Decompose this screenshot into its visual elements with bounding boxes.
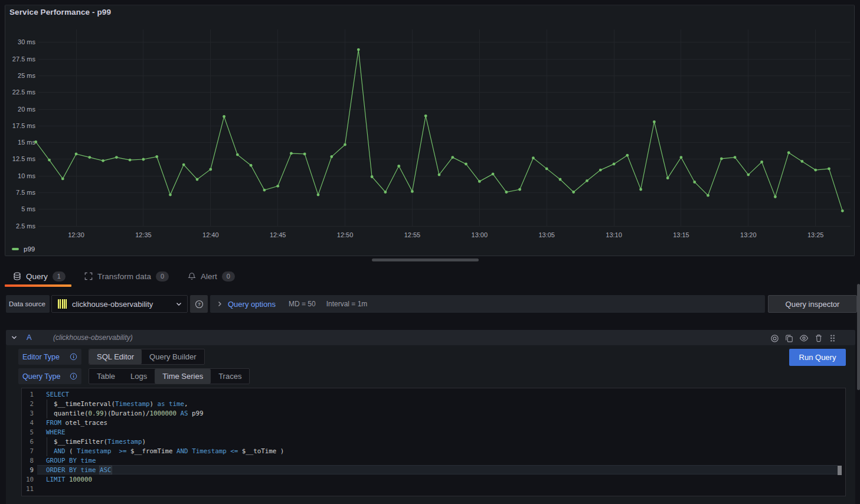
svg-text:?: ? — [198, 302, 201, 307]
code-line-1[interactable]: 1SELECT — [22, 390, 845, 400]
series-point — [34, 140, 37, 143]
legend-label[interactable]: p99 — [24, 246, 35, 253]
series-point — [599, 169, 602, 172]
tab-count-badge: 1 — [53, 271, 66, 282]
series-point — [814, 169, 817, 172]
query-datasource-hint: (clickhouse-observability) — [53, 333, 133, 342]
series-point — [250, 164, 253, 167]
series-point — [330, 155, 333, 158]
database-icon — [13, 272, 21, 280]
duplicate-icon[interactable] — [785, 334, 793, 342]
series-line — [36, 50, 843, 211]
series-point — [492, 173, 495, 176]
series-point — [142, 158, 145, 161]
datasource-picker[interactable]: clickhouse-observability — [51, 295, 188, 313]
line-number: 4 — [22, 418, 34, 428]
query-type-label: Query Type — [18, 368, 81, 384]
series-point — [559, 178, 562, 181]
tab-count-badge: 0 — [222, 271, 235, 282]
chevron-right-icon — [216, 300, 223, 307]
tab-transform-data[interactable]: Transform data0 — [84, 271, 169, 282]
series-point — [209, 168, 212, 171]
drag-handle-icon[interactable] — [829, 334, 836, 342]
code-line-8[interactable]: 8GROUP BY time — [22, 456, 845, 466]
code-line-9[interactable]: 9ORDER BY time ASC — [22, 466, 845, 475]
option-table[interactable]: Table — [89, 369, 123, 384]
option-traces[interactable]: Traces — [211, 369, 249, 384]
line-number: 11 — [22, 485, 34, 494]
series-point — [666, 176, 669, 179]
vertical-scrollbar[interactable] — [857, 284, 860, 390]
horizontal-scrollbar[interactable] — [372, 258, 479, 261]
series-point — [787, 151, 790, 154]
option-sql-editor[interactable]: SQL Editor — [89, 349, 142, 364]
series-point — [344, 143, 346, 146]
y-axis-label: 22.5 ms — [12, 89, 36, 96]
series-point — [88, 156, 91, 159]
info-circle-icon[interactable] — [70, 372, 77, 380]
code-line-2[interactable]: 2 $__timeInterval(Timestamp) as time, — [22, 400, 845, 409]
trash-icon[interactable] — [815, 334, 823, 342]
y-axis-label: 10 ms — [18, 172, 35, 179]
option-logs[interactable]: Logs — [123, 369, 155, 384]
editor-type-label-text: Editor Type — [22, 353, 60, 361]
query-options-bar[interactable]: Query options MD = 50 Interval = 1m — [210, 295, 765, 313]
x-axis-label: 13:00 — [472, 231, 488, 238]
transform-icon — [84, 272, 93, 280]
x-axis-label: 12:55 — [404, 231, 421, 238]
code-line-5[interactable]: 5WHERE — [22, 428, 845, 437]
x-axis-label: 13:10 — [606, 231, 622, 238]
series-point — [115, 156, 118, 159]
series-point — [129, 159, 132, 162]
option-query-builder[interactable]: Query Builder — [142, 349, 204, 364]
x-axis-label: 12:35 — [135, 231, 152, 238]
chevron-down-icon — [175, 300, 182, 307]
series-point — [411, 190, 414, 193]
x-axis-label: 13:15 — [673, 231, 689, 238]
series-point — [102, 159, 104, 162]
tab-alert[interactable]: Alert0 — [188, 271, 235, 282]
code-line-3[interactable]: 3 quantile(0.99)(Duration)/1000000 AS p9… — [22, 409, 845, 418]
tab-query[interactable]: Query1 — [13, 271, 66, 282]
tab-label: Query — [26, 272, 48, 281]
series-point — [397, 165, 400, 168]
series-point — [451, 156, 454, 159]
timeseries-chart: 30 ms27.5 ms25 ms22.5 ms20 ms17.5 ms15 m… — [5, 5, 855, 256]
series-point — [653, 120, 656, 123]
series-point — [626, 154, 629, 157]
series-point — [61, 178, 64, 181]
record-circle-icon[interactable] — [770, 334, 779, 343]
code-line-4[interactable]: 4FROM otel_traces — [22, 418, 845, 428]
line-number: 8 — [22, 456, 34, 466]
query-options-md: MD = 50 — [289, 300, 316, 308]
option-time-series[interactable]: Time Series — [155, 369, 211, 384]
series-point — [801, 160, 804, 163]
datasource-help-button[interactable]: ? — [190, 295, 208, 313]
run-query-button[interactable]: Run Query — [789, 349, 846, 366]
query-inspector-button[interactable]: Query inspector — [768, 295, 857, 313]
series-point — [75, 153, 78, 156]
line-number: 2 — [22, 400, 34, 409]
query-row-header[interactable]: A (clickhouse-observability) — [6, 330, 855, 345]
series-point — [505, 191, 508, 194]
y-axis-label: 27.5 ms — [12, 55, 36, 63]
series-point — [680, 156, 683, 159]
query-ref-id[interactable]: A — [27, 333, 32, 342]
code-line-7[interactable]: 7 AND ( Timestamp >= $__fromTime AND Tim… — [22, 447, 845, 456]
query-options-link[interactable]: Query options — [228, 300, 276, 309]
x-axis-label: 13:20 — [740, 231, 757, 238]
line-number: 1 — [22, 390, 34, 400]
code-line-10[interactable]: 10LIMIT 100000 — [22, 475, 845, 485]
series-point — [572, 191, 575, 194]
series-point — [760, 161, 763, 163]
code-line-6[interactable]: 6 $__timeFilter(Timestamp) — [22, 437, 845, 447]
eye-icon[interactable] — [799, 333, 809, 343]
collapse-chevron-icon[interactable] — [11, 334, 18, 341]
legend-swatch — [12, 248, 19, 250]
editor-overview-ruler[interactable] — [838, 389, 845, 496]
info-circle-icon[interactable] — [70, 353, 77, 361]
code-line-11[interactable]: 11 — [22, 485, 845, 494]
datasource-value: clickhouse-observability — [72, 300, 153, 309]
datasource-label: Data source — [6, 295, 50, 313]
sql-editor[interactable]: 1SELECT2 $__timeInterval(Timestamp) as t… — [21, 388, 846, 496]
